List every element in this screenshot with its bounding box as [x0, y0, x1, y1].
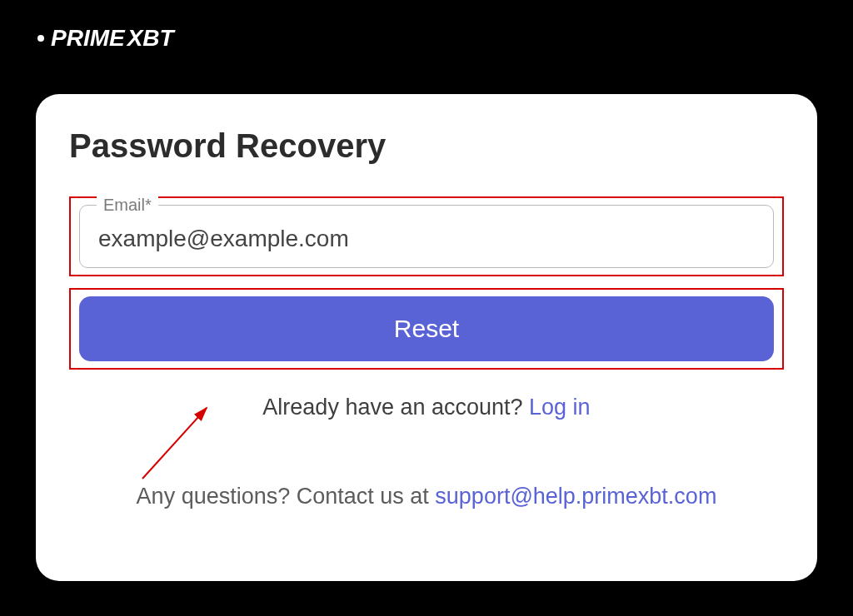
support-email-link[interactable]: support@help.primexbt.com — [435, 484, 716, 509]
page-root: PRIMEXBT Password Recovery Email* Reset … — [0, 0, 853, 616]
questions-row: Any questions? Contact us at support@hel… — [69, 484, 784, 509]
reset-highlight-box: Reset — [69, 288, 784, 370]
login-prompt: Already have an account? — [262, 395, 529, 420]
recovery-card: Password Recovery Email* Reset Already h… — [36, 94, 817, 581]
logo-text: PRIMEXBT — [51, 25, 174, 52]
page-title: Password Recovery — [69, 127, 784, 165]
email-label: Email* — [97, 196, 158, 215]
login-link[interactable]: Log in — [529, 395, 591, 420]
brand-logo: PRIMEXBT — [37, 25, 174, 52]
email-field-wrapper: Email* — [79, 205, 774, 268]
email-highlight-box: Email* — [69, 196, 784, 276]
questions-prompt: Any questions? Contact us at — [137, 484, 436, 509]
reset-button[interactable]: Reset — [79, 296, 774, 361]
email-input[interactable] — [98, 226, 758, 252]
login-row: Already have an account? Log in — [69, 395, 784, 420]
logo-dot-icon — [37, 35, 44, 42]
logo-prime: PRIME — [51, 25, 125, 51]
logo-xbt: XBT — [127, 25, 174, 51]
